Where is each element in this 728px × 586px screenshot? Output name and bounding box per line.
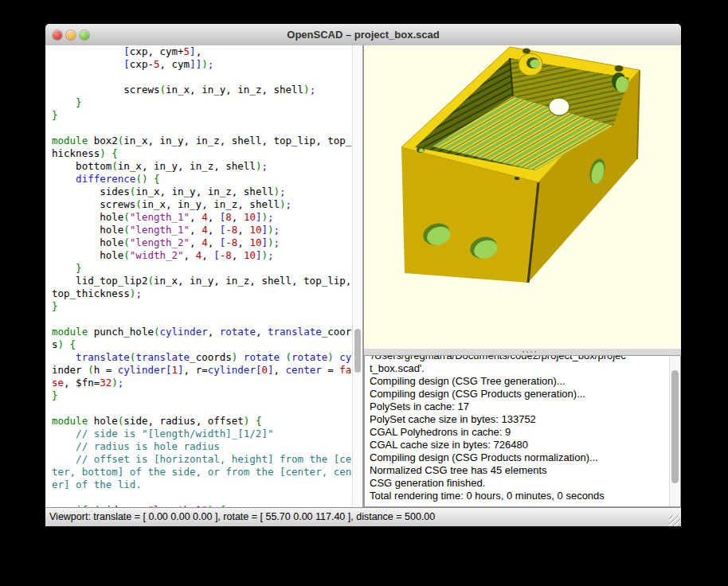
code-line: screws(in_x, in_y, in_z, shell); <box>52 84 354 96</box>
code-line: module hole(side, radius, offset) { <box>52 415 354 428</box>
editor-pane[interactable]: [cxp, cym+5], [cxp-5, cym]]); screws(in_… <box>45 45 362 507</box>
code-line <box>52 402 354 415</box>
screw-post-right-hole <box>616 76 628 92</box>
code-line: er] of the lid. <box>52 479 354 491</box>
console-line: Compiling design (CSG Tree generation)..… <box>370 375 667 388</box>
console-line: CGAL cache size in bytes: 726480 <box>370 439 667 451</box>
rim-screw-hole-left-inner <box>419 149 424 153</box>
code-line <box>52 313 354 326</box>
code-line: } <box>52 109 354 122</box>
console-line: t_box.scad'. <box>370 362 667 375</box>
statusbar: Viewport: translate = [ 0.00 0.00 0.00 ]… <box>45 507 681 526</box>
code-line: hole("length_1", 4, [8, 10]); <box>52 211 354 224</box>
3d-viewport[interactable] <box>364 45 681 350</box>
code-line: } <box>52 389 354 402</box>
code-line: } <box>52 262 354 275</box>
console-line: Total rendering time: 0 hours, 0 minutes… <box>370 490 667 502</box>
editor-scrollbar-thumb[interactable] <box>354 329 361 373</box>
rim-screw-hole-back <box>523 49 530 54</box>
console-line: PolySets in cache: 17 <box>370 400 667 413</box>
code-line: } <box>52 300 354 313</box>
code-line: lid_top_lip2(in_x, in_y, in_z, shell, to… <box>52 275 354 287</box>
code-line <box>52 71 354 84</box>
code-line: module box2(in_x, in_y, in_z, shell, top… <box>52 135 354 147</box>
rim-screw-hole-right <box>615 65 624 72</box>
window-title: OpenSCAD – project_box.scad <box>45 24 681 45</box>
code-line: } <box>52 96 354 109</box>
editor-scrollbar[interactable] <box>352 45 362 507</box>
console-line: Compiling design (CSG Products generatio… <box>370 388 667 400</box>
code-line: hickness) { <box>52 147 354 160</box>
console-scrollbar[interactable] <box>669 356 680 506</box>
code-line: s) { <box>52 338 354 351</box>
wall-through-hole <box>549 98 569 115</box>
code-line <box>52 122 354 135</box>
code-line: bottom(in_x, in_y, in_z, shell); <box>52 160 354 173</box>
code-line: se, $fn=32); <box>52 377 354 389</box>
main-area: [cxp, cym+5], [cxp-5, cym]]); screws(in_… <box>45 45 681 507</box>
rim-screw-hole-front <box>515 177 519 180</box>
code-line: hole("length_1", 4, [-8, 10]); <box>52 224 354 236</box>
code-line: [cxp-5, cym]]); <box>52 58 354 71</box>
code-line: difference() { <box>52 173 354 186</box>
code-line: // radius is hole radius <box>52 440 354 453</box>
console-line: Compiling design (CSG Products normaliza… <box>370 451 667 464</box>
console-scrollbar-thumb[interactable] <box>671 370 679 483</box>
console-pane: '/Users/gregmarra/Documents/code2/projec… <box>364 355 681 507</box>
screen: OpenSCAD – project_box.scad [cxp, cym+5]… <box>0 0 728 586</box>
console-line: CSG generation finished. <box>370 477 667 490</box>
code-line: top_thickness); <box>52 287 354 300</box>
code-line <box>52 491 354 504</box>
code-line: inder (h = cylinder[1], r=cylinder[0], c… <box>52 364 354 377</box>
horizontal-splitter[interactable] <box>364 349 681 355</box>
code-line: screws(in_x, in_y, in_z, shell); <box>52 198 354 211</box>
console-line: CGAL Polyhedrons in cache: 9 <box>370 426 667 439</box>
console-log: '/Users/gregmarra/Documents/code2/projec… <box>370 355 667 502</box>
code-line: ter, bottom] of the side, or from the [c… <box>52 466 354 479</box>
code-line: module punch_hole(cylinder, rotate, tran… <box>52 326 354 338</box>
code-editor[interactable]: [cxp, cym+5], [cxp-5, cym]]); screws(in_… <box>52 45 354 507</box>
code-line: hole("width_2", 4, [-8, 10]); <box>52 249 354 262</box>
code-line: sides(in_x, in_y, in_z, shell); <box>52 186 354 198</box>
console-line: Normalized CSG tree has 45 elements <box>370 464 667 477</box>
console-line: '/Users/gregmarra/Documents/code2/projec… <box>370 355 667 362</box>
code-line: hole("length_2", 4, [-8, 10]); <box>52 236 354 249</box>
code-line: // offset is [horizontal, height] from t… <box>52 453 354 466</box>
code-line: // side is "[length/width]_[1/2]" <box>52 428 354 440</box>
openscad-window: OpenSCAD – project_box.scad [cxp, cym+5]… <box>45 24 681 526</box>
viewport-status-text: Viewport: translate = [ 0.00 0.00 0.00 ]… <box>49 508 435 526</box>
resize-grip-icon[interactable] <box>669 515 680 526</box>
right-column: '/Users/gregmarra/Documents/code2/projec… <box>364 45 681 507</box>
code-line: translate(translate_coords) rotate (rota… <box>52 351 354 364</box>
box-render <box>364 45 681 349</box>
code-line: [cxp, cym+5], <box>52 45 354 58</box>
console-line: PolySet cache size in bytes: 133752 <box>370 413 667 426</box>
screw-post-back-hole <box>530 60 541 68</box>
titlebar[interactable]: OpenSCAD – project_box.scad <box>45 24 681 46</box>
